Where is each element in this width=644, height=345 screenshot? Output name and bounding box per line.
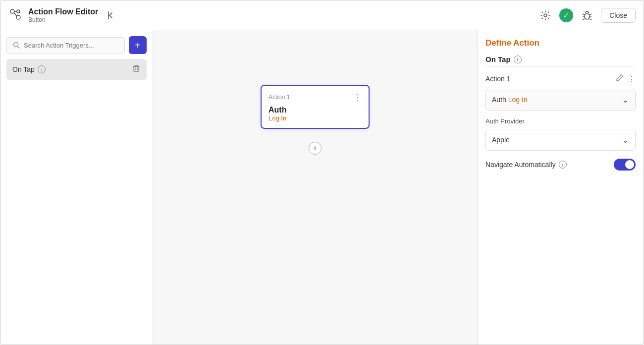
search-box[interactable] xyxy=(6,37,125,54)
trigger-name: On Tap xyxy=(485,55,511,63)
svg-line-8 xyxy=(583,14,585,15)
header-subtitle: Button xyxy=(28,16,98,23)
action-flow-icon xyxy=(8,7,22,23)
header-title-group: Action Flow Editor Button xyxy=(28,7,98,23)
panel-action-row: Action 1 ⋮ xyxy=(485,74,636,84)
trigger-label: On Tap xyxy=(12,65,35,73)
svg-point-7 xyxy=(585,13,590,19)
bug-icon[interactable] xyxy=(579,7,595,23)
header-right: ✓ Close xyxy=(537,7,636,23)
action-card-header: Action 1 ⋮ xyxy=(268,92,362,103)
right-panel: Define Action On Tap i Action 1 ⋮ xyxy=(477,30,644,345)
collapse-button[interactable] xyxy=(104,8,118,22)
action-card-label: Action 1 xyxy=(268,94,290,101)
action-type-orange: Log In xyxy=(508,96,528,104)
trigger-info-icon[interactable]: i xyxy=(38,65,46,73)
add-node-button[interactable]: + xyxy=(309,142,322,155)
svg-line-2 xyxy=(14,12,17,16)
auth-provider-label: Auth Provider xyxy=(485,117,636,125)
search-input[interactable] xyxy=(24,42,118,49)
add-trigger-button[interactable]: + xyxy=(129,36,147,54)
canvas: Action 1 ⋮ Auth Log In + xyxy=(153,30,477,345)
header-left: Action Flow Editor Button xyxy=(8,7,118,23)
panel-divider xyxy=(485,66,636,67)
define-action-title: Define Action xyxy=(485,38,636,48)
action-type-plain: Auth xyxy=(492,96,508,104)
svg-line-12 xyxy=(583,19,585,20)
main-content: + On Tap i xyxy=(0,30,644,345)
navigate-toggle[interactable] xyxy=(614,159,636,171)
svg-line-15 xyxy=(18,47,20,49)
navigate-label: Navigate Automatically xyxy=(485,161,556,169)
trigger-row-left: On Tap i xyxy=(12,65,46,73)
action-card-name: Auth xyxy=(268,106,362,115)
sidebar: + On Tap i xyxy=(0,30,153,345)
close-button[interactable]: Close xyxy=(601,8,636,23)
svg-line-13 xyxy=(590,19,591,20)
svg-rect-16 xyxy=(134,66,139,71)
auth-provider-select[interactable]: Apple ⌄ xyxy=(485,129,636,151)
search-icon xyxy=(13,42,20,49)
toggle-slider xyxy=(614,159,636,171)
panel-trigger-label: On Tap i xyxy=(485,55,636,63)
panel-action-label: Action 1 xyxy=(485,75,511,83)
action-card-sub: Log In xyxy=(268,115,362,122)
panel-action-icons: ⋮ xyxy=(616,74,636,84)
auth-provider-dropdown-arrow: ⌄ xyxy=(622,134,629,145)
auth-provider-value: Apple xyxy=(492,136,510,144)
plus-icon: + xyxy=(313,144,317,153)
svg-line-9 xyxy=(590,14,591,15)
dropdown-arrow-icon: ⌄ xyxy=(622,94,629,105)
action-card-menu-icon[interactable]: ⋮ xyxy=(353,92,362,103)
action-card[interactable]: Action 1 ⋮ Auth Log In xyxy=(261,85,370,129)
svg-point-6 xyxy=(544,14,547,17)
navigate-info-icon[interactable]: i xyxy=(559,161,567,169)
header-title: Action Flow Editor xyxy=(28,7,98,16)
action-type-text: Auth Log In xyxy=(492,96,528,104)
settings-icon[interactable] xyxy=(537,7,553,23)
svg-point-3 xyxy=(17,10,20,13)
edit-action-icon[interactable] xyxy=(616,74,624,84)
check-icon: ✓ xyxy=(559,8,573,22)
delete-trigger-icon[interactable] xyxy=(132,64,141,75)
trigger-row[interactable]: On Tap i xyxy=(6,59,147,80)
header: Action Flow Editor Button ✓ xyxy=(0,0,644,30)
panel-trigger-info-icon[interactable]: i xyxy=(514,56,522,63)
more-action-icon[interactable]: ⋮ xyxy=(628,74,636,84)
action-type-dropdown[interactable]: Auth Log In ⌄ xyxy=(485,89,636,111)
navigate-row: Navigate Automatically i xyxy=(485,159,636,171)
navigate-label-group: Navigate Automatically i xyxy=(485,161,567,169)
